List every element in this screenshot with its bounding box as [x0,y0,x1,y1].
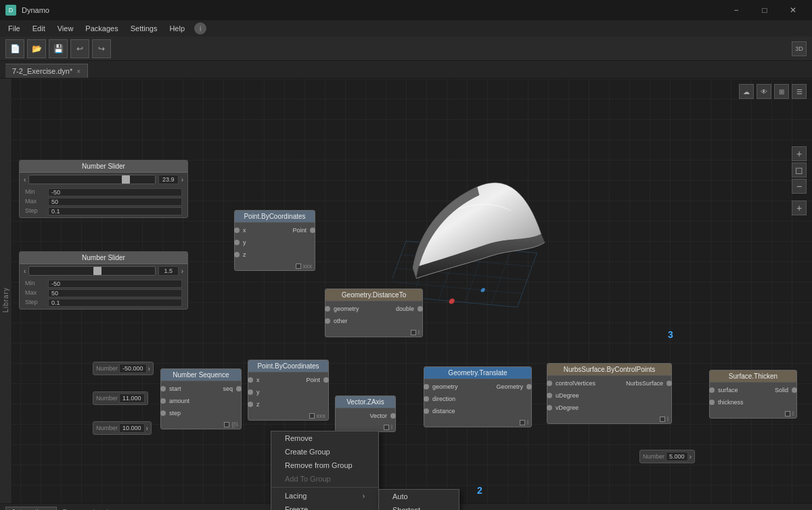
slider-1-track[interactable] [28,175,155,184]
menu-settings[interactable]: Settings [125,23,163,34]
view-eye-button[interactable]: 👁 [757,84,771,99]
zoom-out-button[interactable]: − [792,179,807,194]
vector-zaxis-checkbox[interactable] [384,425,389,430]
menu-edit[interactable]: Edit [27,23,51,34]
lacing-submenu: Auto Shortest Longest ✓ Cross Product [378,489,459,510]
zoom-in-button[interactable]: + [792,146,807,161]
port-amount-left [160,398,166,404]
zoom-fit-button[interactable]: ◻ [792,163,807,177]
port-thickness-in [709,400,715,405]
start-row: start seq [164,383,238,395]
redo-button[interactable]: ↪ [92,39,111,58]
slider-2-step-val[interactable]: 0.1 [48,299,182,307]
slider-2-thumb[interactable] [93,267,102,275]
slider-2-max-val[interactable]: 50 [48,289,182,297]
surface-thicken-checkbox[interactable] [785,411,790,417]
canvas-area[interactable]: Library ☁ 👁 ⊞ ☰ + ◻ − + [0,79,812,510]
port-y-left [234,240,240,245]
slider-2-right-arrow[interactable]: › [181,268,183,275]
window-controls: − □ ✕ [723,0,807,20]
step-row: step [164,407,238,419]
slider-2-left-arrow[interactable]: ‹ [24,268,26,275]
menu-help[interactable]: Help [164,23,190,34]
maximize-button[interactable]: □ [751,0,778,20]
new-button[interactable]: 📄 [5,39,24,58]
point-by-coords-2-footer: xxx [248,412,328,420]
menu-packages[interactable]: Packages [80,23,123,34]
context-menu: Remove Create Group Remove from Group Ad… [271,431,379,510]
ctx-create-group[interactable]: Create Group [271,445,378,459]
number-3-value[interactable]: 10.000 [119,423,145,433]
close-button[interactable]: ✕ [780,0,807,20]
ctx-freeze[interactable]: Freeze [271,503,378,510]
slider-1-track-row: ‹ 23.9 › [20,173,187,186]
ctx-lacing-shortest[interactable]: Shortest [379,503,459,510]
point-by-coords-1-checkbox[interactable] [296,263,301,269]
run-button[interactable]: Automatic ▼ [5,507,57,510]
slider-2-max-row: Max 50 [25,289,182,298]
number-sequence-checkbox[interactable] [224,422,229,427]
library-panel[interactable]: Library [0,79,12,510]
info-button[interactable]: i [194,22,206,35]
view-list-button[interactable]: ☰ [792,84,807,99]
number-5-value[interactable]: 5.000 [666,452,688,461]
ctx-remove[interactable]: Remove [271,431,378,445]
tab-exercise[interactable]: 7-2_Exercise.dyn* × [5,64,88,78]
number-2-value[interactable]: 11.000 [119,394,145,403]
number-sequence-body: start seq amount step [161,381,241,421]
translate-port-distance [424,408,429,414]
zoom-plus-button[interactable]: + [792,200,807,215]
menu-file[interactable]: File [3,23,26,34]
point-by-coords-1-header: Point.ByCoordinates [235,211,315,223]
ctx-separator-1 [271,487,378,488]
number-3-arrow[interactable]: › [146,425,148,432]
point-by-coords-1-x-row: x Point [238,224,312,236]
geometry-translate-checkbox[interactable] [520,420,525,425]
geometry-distance-to-checkbox[interactable] [411,330,416,335]
slider-1-step-label: Step [25,207,45,215]
open-button[interactable]: 📂 [27,39,46,58]
number-slider-2: Number Slider ‹ 1.5 › Min -50 Max 50 Ste… [19,251,188,310]
slider-1-max-val[interactable]: 50 [48,198,182,206]
pbc2-z-row: z [251,398,325,410]
ctx-lacing[interactable]: Lacing › Auto Shortest Longest ✓ Cross P… [271,489,378,503]
slider-2-value[interactable]: 1.5 [158,266,179,276]
slider-2-track[interactable] [28,266,155,276]
slider-1-value[interactable]: 23.9 [158,175,179,184]
tab-close-button[interactable]: × [76,68,81,75]
udegree-row: uDegree [550,389,669,402]
slider-2-min-val[interactable]: -50 [48,280,182,288]
slider-1-left-arrow[interactable]: ‹ [24,176,26,184]
pbc2-port-x [248,377,253,383]
point-by-coords-2: Point.ByCoordinates x Point y z xxx [248,360,329,421]
number-5-arrow[interactable]: › [690,453,692,461]
callout-3: 3 [668,329,673,340]
nurbs-surface-checkbox[interactable] [660,417,665,422]
save-button[interactable]: 💾 [49,39,68,58]
view-grid-button[interactable]: ⊞ [774,84,789,99]
slider-1-min-val[interactable]: -50 [48,188,182,196]
svg-point-10 [448,298,455,304]
view-cloud-button[interactable]: ☁ [739,84,754,99]
port-step-left [160,410,166,416]
number-1-value[interactable]: -50.000 [119,364,147,373]
slider-2-max-label: Max [25,289,45,297]
menu-view[interactable]: View [52,23,79,34]
preview-button[interactable]: 3D [792,41,807,56]
vector-zaxis-body: Vector [336,408,395,423]
port-udegree [547,393,552,398]
translate-distance-row: distance [427,405,528,417]
slider-2-min-label: Min [25,280,45,288]
number-1-arrow[interactable]: › [148,365,150,373]
undo-button[interactable]: ↩ [70,39,89,58]
slider-1-thumb[interactable] [122,175,130,184]
ctx-lacing-auto[interactable]: Auto [379,490,459,503]
slider-1-step-val[interactable]: 0.1 [48,207,182,215]
port-surface-in [709,387,715,393]
minimize-button[interactable]: − [723,0,750,20]
pbc2-x-row: x Point [251,374,325,386]
slider-1-right-arrow[interactable]: › [181,176,183,184]
slider-2-step-label: Step [25,299,45,307]
pbc2-checkbox[interactable] [309,413,315,419]
ctx-remove-from-group[interactable]: Remove from Group [271,459,378,472]
